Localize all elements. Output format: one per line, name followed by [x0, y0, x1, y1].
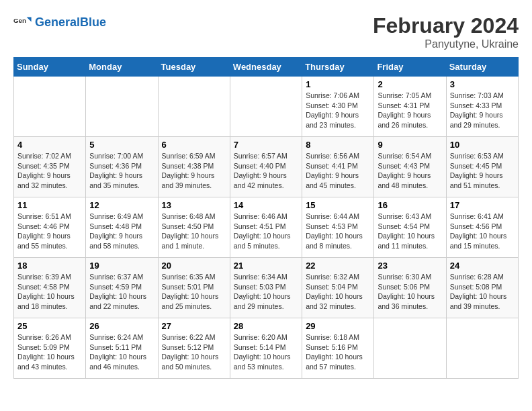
- calendar-cell: 8Sunrise: 6:56 AM Sunset: 4:41 PM Daylig…: [302, 137, 374, 197]
- calendar-cell: 26Sunrise: 6:24 AM Sunset: 5:11 PM Dayli…: [86, 318, 158, 379]
- day-info: Sunrise: 6:32 AM Sunset: 5:04 PM Dayligh…: [306, 272, 370, 312]
- calendar-cell: [158, 77, 230, 137]
- calendar-cell: 1Sunrise: 7:06 AM Sunset: 4:30 PM Daylig…: [302, 77, 374, 137]
- day-number: 3: [450, 79, 515, 89]
- header-day-monday: Monday: [86, 58, 158, 77]
- day-info: Sunrise: 6:18 AM Sunset: 5:16 PM Dayligh…: [306, 332, 370, 372]
- day-info: Sunrise: 6:30 AM Sunset: 5:06 PM Dayligh…: [378, 272, 442, 312]
- calendar-cell: 20Sunrise: 6:35 AM Sunset: 5:01 PM Dayli…: [158, 258, 230, 318]
- day-number: 27: [162, 321, 226, 331]
- header-day-wednesday: Wednesday: [230, 58, 302, 77]
- day-info: Sunrise: 6:59 AM Sunset: 4:38 PM Dayligh…: [162, 151, 226, 191]
- day-number: 5: [89, 140, 154, 150]
- svg-marker-1: [27, 17, 32, 22]
- calendar-cell: 18Sunrise: 6:39 AM Sunset: 4:58 PM Dayli…: [14, 258, 86, 318]
- calendar-cell: 5Sunrise: 7:00 AM Sunset: 4:36 PM Daylig…: [86, 137, 158, 197]
- day-number: 10: [450, 140, 515, 150]
- calendar-cell: 9Sunrise: 6:54 AM Sunset: 4:43 PM Daylig…: [374, 137, 446, 197]
- header-day-tuesday: Tuesday: [158, 58, 230, 77]
- calendar-cell: 16Sunrise: 6:43 AM Sunset: 4:54 PM Dayli…: [374, 197, 446, 258]
- day-info: Sunrise: 6:22 AM Sunset: 5:12 PM Dayligh…: [162, 332, 226, 372]
- day-info: Sunrise: 6:46 AM Sunset: 4:51 PM Dayligh…: [234, 212, 298, 251]
- day-info: Sunrise: 6:41 AM Sunset: 4:56 PM Dayligh…: [450, 212, 515, 251]
- header-day-sunday: Sunday: [14, 58, 86, 77]
- day-info: Sunrise: 6:26 AM Sunset: 5:09 PM Dayligh…: [17, 332, 82, 372]
- day-info: Sunrise: 6:34 AM Sunset: 5:03 PM Dayligh…: [234, 272, 298, 312]
- day-info: Sunrise: 6:48 AM Sunset: 4:50 PM Dayligh…: [162, 212, 226, 251]
- day-info: Sunrise: 6:43 AM Sunset: 4:54 PM Dayligh…: [378, 212, 442, 251]
- month-year-title: February 2024: [373, 13, 519, 38]
- day-info: Sunrise: 7:00 AM Sunset: 4:36 PM Dayligh…: [89, 151, 154, 191]
- day-number: 19: [89, 261, 154, 271]
- calendar-cell: 12Sunrise: 6:49 AM Sunset: 4:48 PM Dayli…: [86, 197, 158, 258]
- day-info: Sunrise: 6:44 AM Sunset: 4:53 PM Dayligh…: [306, 212, 370, 251]
- header-day-friday: Friday: [374, 58, 446, 77]
- calendar-header-row: SundayMondayTuesdayWednesdayThursdayFrid…: [14, 58, 519, 77]
- day-number: 22: [306, 261, 370, 271]
- calendar-cell: 27Sunrise: 6:22 AM Sunset: 5:12 PM Dayli…: [158, 318, 230, 379]
- calendar-cell: 15Sunrise: 6:44 AM Sunset: 4:53 PM Dayli…: [302, 197, 374, 258]
- day-number: 7: [234, 140, 298, 150]
- title-block: February 2024 Panyutyne, Ukraine: [373, 13, 519, 50]
- day-info: Sunrise: 6:53 AM Sunset: 4:45 PM Dayligh…: [450, 151, 515, 191]
- day-info: Sunrise: 7:02 AM Sunset: 4:35 PM Dayligh…: [17, 151, 82, 191]
- calendar-cell: [86, 77, 158, 137]
- day-number: 1: [306, 79, 370, 89]
- logo-icon: Gen: [13, 13, 32, 32]
- day-number: 2: [378, 79, 442, 89]
- day-info: Sunrise: 6:49 AM Sunset: 4:48 PM Dayligh…: [89, 212, 154, 251]
- day-number: 8: [306, 140, 370, 150]
- day-number: 29: [306, 321, 370, 331]
- day-number: 23: [378, 261, 442, 271]
- header-day-saturday: Saturday: [446, 58, 518, 77]
- page-header: Gen GeneralBlue February 2024 Panyutyne,…: [13, 13, 519, 50]
- day-info: Sunrise: 6:39 AM Sunset: 4:58 PM Dayligh…: [17, 272, 82, 312]
- day-info: Sunrise: 7:05 AM Sunset: 4:31 PM Dayligh…: [378, 91, 442, 130]
- calendar-cell: 22Sunrise: 6:32 AM Sunset: 5:04 PM Dayli…: [302, 258, 374, 318]
- day-info: Sunrise: 6:54 AM Sunset: 4:43 PM Dayligh…: [378, 151, 442, 191]
- calendar-cell: 21Sunrise: 6:34 AM Sunset: 5:03 PM Dayli…: [230, 258, 302, 318]
- calendar-cell: 29Sunrise: 6:18 AM Sunset: 5:16 PM Dayli…: [302, 318, 374, 379]
- day-number: 14: [234, 200, 298, 210]
- calendar-week-row: 25Sunrise: 6:26 AM Sunset: 5:09 PM Dayli…: [14, 318, 519, 379]
- calendar-cell: 24Sunrise: 6:28 AM Sunset: 5:08 PM Dayli…: [446, 258, 518, 318]
- day-info: Sunrise: 7:03 AM Sunset: 4:33 PM Dayligh…: [450, 91, 515, 130]
- calendar-cell: 7Sunrise: 6:57 AM Sunset: 4:40 PM Daylig…: [230, 137, 302, 197]
- day-number: 24: [450, 261, 515, 271]
- calendar-cell: [374, 318, 446, 379]
- logo-general: General: [35, 15, 80, 29]
- day-number: 9: [378, 140, 442, 150]
- calendar-cell: [14, 77, 86, 137]
- calendar-cell: 23Sunrise: 6:30 AM Sunset: 5:06 PM Dayli…: [374, 258, 446, 318]
- calendar-cell: 14Sunrise: 6:46 AM Sunset: 4:51 PM Dayli…: [230, 197, 302, 258]
- day-number: 28: [234, 321, 298, 331]
- calendar-cell: 17Sunrise: 6:41 AM Sunset: 4:56 PM Dayli…: [446, 197, 518, 258]
- day-number: 25: [17, 321, 82, 331]
- day-info: Sunrise: 6:57 AM Sunset: 4:40 PM Dayligh…: [234, 151, 298, 191]
- day-info: Sunrise: 6:37 AM Sunset: 4:59 PM Dayligh…: [89, 272, 154, 312]
- day-number: 16: [378, 200, 442, 210]
- day-number: 15: [306, 200, 370, 210]
- day-number: 18: [17, 261, 82, 271]
- day-number: 21: [234, 261, 298, 271]
- calendar-table: SundayMondayTuesdayWednesdayThursdayFrid…: [13, 57, 519, 379]
- calendar-cell: 10Sunrise: 6:53 AM Sunset: 4:45 PM Dayli…: [446, 137, 518, 197]
- day-info: Sunrise: 7:06 AM Sunset: 4:30 PM Dayligh…: [306, 91, 370, 130]
- calendar-cell: [446, 318, 518, 379]
- calendar-cell: 25Sunrise: 6:26 AM Sunset: 5:09 PM Dayli…: [14, 318, 86, 379]
- calendar-cell: 11Sunrise: 6:51 AM Sunset: 4:46 PM Dayli…: [14, 197, 86, 258]
- calendar-cell: 13Sunrise: 6:48 AM Sunset: 4:50 PM Dayli…: [158, 197, 230, 258]
- calendar-cell: 2Sunrise: 7:05 AM Sunset: 4:31 PM Daylig…: [374, 77, 446, 137]
- svg-text:Gen: Gen: [13, 17, 26, 24]
- calendar-cell: [230, 77, 302, 137]
- calendar-week-row: 4Sunrise: 7:02 AM Sunset: 4:35 PM Daylig…: [14, 137, 519, 197]
- calendar-cell: 28Sunrise: 6:20 AM Sunset: 5:14 PM Dayli…: [230, 318, 302, 379]
- calendar-cell: 19Sunrise: 6:37 AM Sunset: 4:59 PM Dayli…: [86, 258, 158, 318]
- day-info: Sunrise: 6:35 AM Sunset: 5:01 PM Dayligh…: [162, 272, 226, 312]
- day-info: Sunrise: 6:24 AM Sunset: 5:11 PM Dayligh…: [89, 332, 154, 372]
- day-info: Sunrise: 6:28 AM Sunset: 5:08 PM Dayligh…: [450, 272, 515, 312]
- day-number: 17: [450, 200, 515, 210]
- day-number: 26: [89, 321, 154, 331]
- logo: Gen GeneralBlue: [13, 13, 106, 32]
- calendar-week-row: 11Sunrise: 6:51 AM Sunset: 4:46 PM Dayli…: [14, 197, 519, 258]
